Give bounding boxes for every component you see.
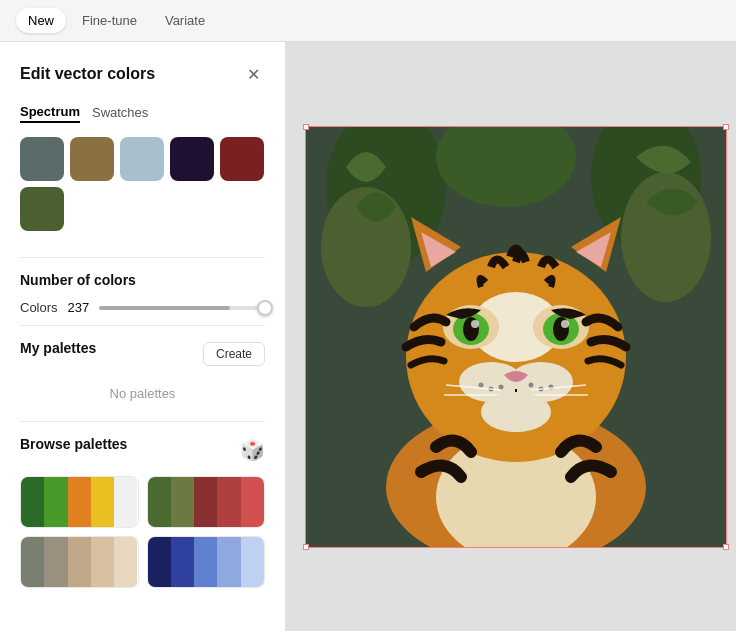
my-palettes-header: My palettes Create <box>20 340 265 368</box>
palette-item-4[interactable] <box>147 536 266 588</box>
color-swatch-5[interactable] <box>220 137 264 181</box>
slider-row: Colors 237 <box>20 300 265 315</box>
svg-point-25 <box>479 382 484 387</box>
palette-stripe <box>68 537 91 587</box>
palette-stripe <box>194 477 217 527</box>
close-button[interactable]: ✕ <box>241 62 265 86</box>
color-swatch-6[interactable] <box>20 187 64 231</box>
palette-stripe <box>171 477 194 527</box>
tab-new[interactable]: New <box>16 8 66 33</box>
palette-stripe <box>68 477 91 527</box>
palette-stripe <box>171 537 194 587</box>
palette-stripe <box>148 537 171 587</box>
slider-label: Colors <box>20 300 58 315</box>
create-button[interactable]: Create <box>203 342 265 366</box>
color-swatch-2[interactable] <box>70 137 114 181</box>
divider-3 <box>20 421 265 422</box>
main-content: Edit vector colors ✕ Spectrum Swatches N… <box>0 42 736 631</box>
sub-tabs: Spectrum Swatches <box>20 102 265 123</box>
svg-point-28 <box>529 382 534 387</box>
palette-stripe <box>44 537 67 587</box>
corner-handle-br[interactable] <box>723 544 729 550</box>
palette-stripe <box>91 537 114 587</box>
canvas-container <box>305 126 727 548</box>
svg-point-27 <box>499 384 504 389</box>
slider-fill <box>99 306 230 310</box>
color-swatch-1[interactable] <box>20 137 64 181</box>
palette-item-1[interactable] <box>20 476 139 528</box>
palette-stripe <box>114 537 137 587</box>
palette-stripe <box>217 537 240 587</box>
corner-handle-tl[interactable] <box>303 124 309 130</box>
left-panel: Edit vector colors ✕ Spectrum Swatches N… <box>0 42 285 631</box>
svg-point-21 <box>561 320 569 328</box>
svg-point-20 <box>471 320 479 328</box>
panel-title: Edit vector colors <box>20 65 155 83</box>
corner-handle-tr[interactable] <box>723 124 729 130</box>
palette-stripe <box>44 477 67 527</box>
browse-header: Browse palettes 🎲 <box>20 436 265 464</box>
corner-handle-bl[interactable] <box>303 544 309 550</box>
palette-stripe <box>148 477 171 527</box>
sub-tab-spectrum[interactable]: Spectrum <box>20 102 80 123</box>
slider-value: 237 <box>68 300 90 315</box>
palette-item-3[interactable] <box>20 536 139 588</box>
my-palettes-section: My palettes Create No palettes <box>20 340 265 415</box>
palette-stripe <box>21 537 44 587</box>
color-swatch-4[interactable] <box>170 137 214 181</box>
tab-variate[interactable]: Variate <box>153 8 217 33</box>
tab-bar: New Fine-tune Variate <box>0 0 736 42</box>
tiger-svg <box>306 127 726 547</box>
tiger-image <box>306 127 726 547</box>
panel-header: Edit vector colors ✕ <box>20 62 265 86</box>
browse-palettes-label: Browse palettes <box>20 436 127 452</box>
number-of-colors-section: Number of colors Colors 237 <box>20 272 265 319</box>
palette-stripe <box>241 537 264 587</box>
swatches-grid <box>20 137 265 231</box>
sub-tab-swatches[interactable]: Swatches <box>92 102 148 123</box>
no-palettes-text: No palettes <box>20 378 265 415</box>
slider-track[interactable] <box>99 306 265 310</box>
palette-stripe <box>21 477 44 527</box>
palette-grid <box>20 476 265 588</box>
my-palettes-label: My palettes <box>20 340 96 356</box>
shuffle-icon[interactable]: 🎲 <box>240 438 265 462</box>
palette-item-2[interactable] <box>147 476 266 528</box>
browse-palettes-section: Browse palettes 🎲 <box>20 436 265 588</box>
slider-thumb[interactable] <box>257 300 273 316</box>
divider-2 <box>20 325 265 326</box>
canvas-area <box>285 42 736 631</box>
tab-fine-tune[interactable]: Fine-tune <box>70 8 149 33</box>
palette-stripe <box>194 537 217 587</box>
color-swatch-3[interactable] <box>120 137 164 181</box>
palette-stripe <box>91 477 114 527</box>
palette-stripe <box>114 477 137 527</box>
palette-stripe <box>241 477 264 527</box>
palette-stripe <box>217 477 240 527</box>
number-of-colors-label: Number of colors <box>20 272 265 288</box>
svg-point-35 <box>481 392 551 432</box>
divider-1 <box>20 257 265 258</box>
